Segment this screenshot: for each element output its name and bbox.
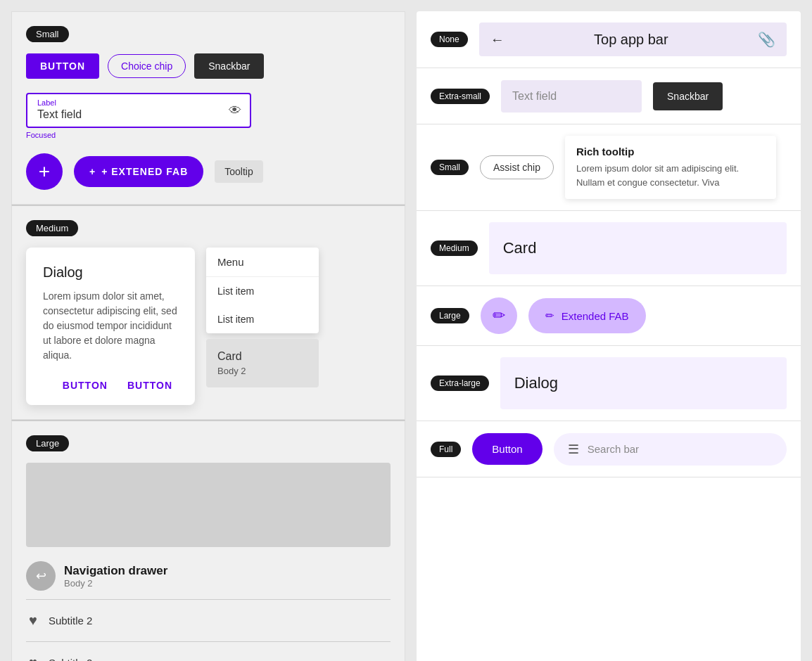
fab-extended-right[interactable]: ✏ Extended FAB: [528, 298, 646, 333]
right-row-extra-small: Extra-small Text field Snackbar: [417, 68, 801, 124]
snackbar: Snackbar: [194, 53, 264, 79]
nav-header-row: ↩ Navigation drawer Body 2: [26, 556, 391, 596]
text-field-label: Label: [37, 98, 56, 107]
medium-row: Dialog Lorem ipsum dolor sit amet, conse…: [26, 248, 391, 405]
nav-drawer-subtitle: Body 2: [64, 578, 167, 589]
nav-image: [26, 463, 391, 547]
extra-small-badge: Extra-small: [431, 89, 490, 104]
medium-section: Medium Dialog Lorem ipsum dolor sit amet…: [11, 205, 405, 420]
nav-item-text-1: Subtitle 2: [49, 615, 93, 627]
right-row-full: Full Button ☰ Search bar: [417, 421, 801, 477]
nav-header-text: Navigation drawer Body 2: [64, 564, 167, 589]
full-badge: Full: [431, 442, 461, 457]
right-row-none: None ← Top app bar 📎: [417, 11, 801, 68]
heart-icon-2: ♥: [29, 655, 37, 661]
top-app-bar-container: ← Top app bar 📎: [479, 23, 787, 56]
fab-extended-label: + EXTENED FAB: [101, 166, 188, 177]
extra-large-content: Dialog: [500, 357, 787, 409]
nav-divider-1: [26, 599, 391, 600]
nav-list-item-2[interactable]: ♥ Subtitle 2: [26, 645, 391, 661]
right-row-medium: Medium Card: [417, 211, 801, 286]
dialog-body: Lorem ipsum dolor sit amet, consectetur …: [43, 289, 178, 363]
dialog-right-title: Dialog: [514, 374, 773, 392]
back-icon[interactable]: ←: [490, 32, 505, 48]
fab-button[interactable]: +: [26, 153, 63, 190]
nav-divider-2: [26, 641, 391, 642]
text-field-wrapper: Label 👁: [26, 93, 251, 128]
eye-icon: 👁: [229, 103, 241, 118]
nav-item-text-2: Subtitle 2: [49, 657, 93, 661]
choice-chip[interactable]: Choice chip: [108, 54, 186, 78]
card-mini-title: Card: [217, 350, 307, 363]
full-content: Button ☰ Search bar: [472, 433, 787, 466]
large-content: ✏ ✏ Extended FAB: [481, 297, 787, 334]
attach-icon[interactable]: 📎: [758, 31, 775, 48]
rich-tooltip-body: Lorem ipsum dolor sit am adipiscing elit…: [576, 162, 765, 189]
nav-drawer-title: Navigation drawer: [64, 564, 167, 578]
right-row-extra-large: Extra-large Dialog: [417, 346, 801, 421]
left-panel: Small BUTTON Choice chip Snackbar Label …: [11, 11, 405, 661]
rich-tooltip: Rich tooltip Lorem ipsum dolor sit am ad…: [565, 136, 776, 199]
right-panel: None ← Top app bar 📎 Extra-small Text fi…: [417, 11, 801, 661]
edit-icon-small: ✏: [493, 307, 505, 325]
small-row: BUTTON Choice chip Snackbar: [26, 53, 391, 79]
large-badge-right: Large: [431, 308, 469, 323]
button-filled[interactable]: BUTTON: [26, 53, 99, 79]
dialog-card: Dialog Lorem ipsum dolor sit amet, conse…: [26, 248, 195, 405]
fab-extended-right-label: Extended FAB: [562, 310, 629, 322]
heart-icon-1: ♥: [29, 612, 37, 629]
nav-avatar: ↩: [26, 561, 56, 591]
button-full[interactable]: Button: [472, 433, 542, 465]
fab-circle-right[interactable]: ✏: [481, 297, 517, 334]
search-bar-text: Search bar: [588, 443, 639, 455]
snackbar-right: Snackbar: [653, 82, 723, 110]
menu-item-2[interactable]: List item: [206, 305, 319, 333]
dialog-btn-2[interactable]: BUTTON: [122, 377, 178, 394]
card-right: Card: [489, 222, 787, 274]
small-badge: Small: [26, 26, 69, 42]
tooltip: Tooltip: [215, 160, 262, 183]
fab-extended-icon: +: [89, 166, 96, 177]
extra-small-content: Text field Snackbar: [501, 80, 787, 113]
medium-badge-right: Medium: [431, 240, 478, 256]
search-bar[interactable]: ☰ Search bar: [554, 433, 787, 466]
plus-icon: +: [39, 160, 50, 183]
none-badge: None: [431, 32, 468, 47]
text-field-section: Label 👁 Focused: [26, 93, 391, 139]
extra-large-badge: Extra-large: [431, 376, 489, 391]
rich-tooltip-title: Rich tooltip: [576, 146, 765, 158]
large-section: Large ↩ Navigation drawer Body 2 ♥ Subti…: [11, 420, 405, 661]
avatar-icon: ↩: [36, 568, 46, 584]
assist-chip[interactable]: Assist chip: [480, 155, 554, 179]
medium-badge: Medium: [26, 220, 78, 236]
menu-title: Menu: [206, 248, 319, 276]
right-row-small: Small Assist chip Rich tooltip Lorem ips…: [417, 124, 801, 211]
medium-content: Card: [489, 222, 787, 274]
menu-icon: ☰: [568, 442, 579, 457]
focused-label: Focused: [26, 131, 391, 139]
fab-row: + + + EXTENED FAB Tooltip: [26, 153, 391, 190]
nav-list-item-1[interactable]: ♥ Subtitle 2: [26, 603, 391, 638]
small-content: Assist chip Rich tooltip Lorem ipsum dol…: [480, 136, 787, 199]
dialog-actions: BUTTON BUTTON: [43, 377, 178, 394]
menu-card-wrapper: Menu List item List item Card Body 2: [206, 248, 319, 387]
top-app-bar: ← Top app bar 📎: [479, 23, 787, 56]
menu-item-1[interactable]: List item: [206, 277, 319, 305]
right-row-large: Large ✏ ✏ Extended FAB: [417, 286, 801, 346]
menu-card: Menu List item List item: [206, 248, 319, 333]
fab-extended-button[interactable]: + + EXTENED FAB: [74, 156, 203, 187]
text-field-right[interactable]: Text field: [501, 80, 642, 113]
dialog-right: Dialog: [500, 357, 787, 409]
top-bar-title: Top app bar: [516, 32, 747, 48]
small-badge-right: Small: [431, 160, 469, 175]
small-section: Small BUTTON Choice chip Snackbar Label …: [11, 11, 405, 205]
card-mini: Card Body 2: [206, 339, 319, 387]
card-right-title: Card: [503, 239, 773, 257]
card-mini-body: Body 2: [217, 366, 307, 376]
edit-icon-extended: ✏: [545, 309, 554, 322]
dialog-title: Dialog: [43, 264, 178, 281]
text-field-input[interactable]: [37, 108, 219, 121]
dialog-btn-1[interactable]: BUTTON: [57, 377, 113, 394]
large-badge: Large: [26, 435, 69, 451]
